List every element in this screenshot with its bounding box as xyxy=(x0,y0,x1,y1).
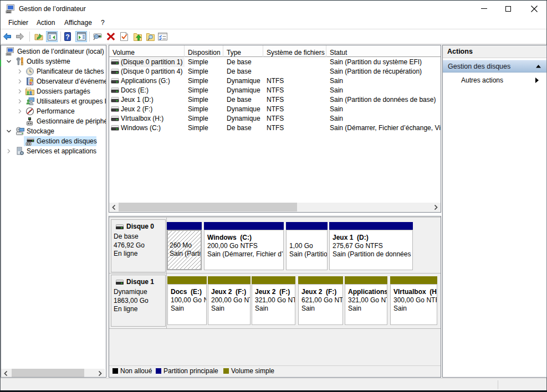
svg-text:?: ? xyxy=(65,33,69,41)
